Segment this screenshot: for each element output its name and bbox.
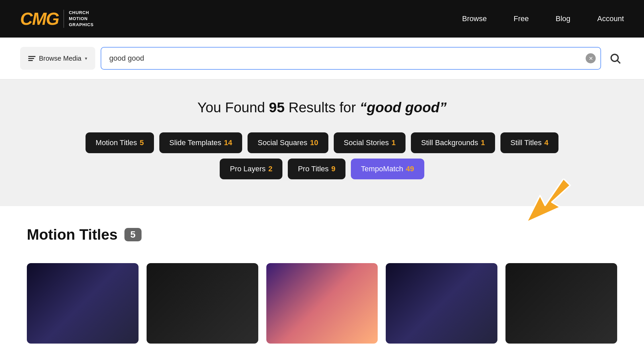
results-heading: You Found 95 Results for “good good” xyxy=(0,100,644,116)
svg-marker-2 xyxy=(527,179,570,222)
filter-count: 1 xyxy=(481,138,485,147)
logo-text: CHURCH MOTION GRAPHICS xyxy=(63,10,94,28)
layers-icon xyxy=(28,56,36,61)
search-icon xyxy=(609,52,621,64)
filter-label: Social Squares xyxy=(258,138,307,147)
orange-arrow-icon xyxy=(527,179,577,222)
filter-row-2: Pro Layers 2 Pro Titles 9 TempoMatch 49 xyxy=(0,159,644,179)
clear-icon: ✕ xyxy=(589,55,593,62)
media-card[interactable] xyxy=(505,263,617,344)
browse-media-button[interactable]: Browse Media ▾ xyxy=(20,47,95,70)
filter-still-backgrounds[interactable]: Still Backgrounds 1 xyxy=(411,132,495,153)
search-submit-button[interactable] xyxy=(606,52,624,64)
filter-social-stories[interactable]: Social Stories 1 xyxy=(334,132,406,153)
filter-label: Still Backgrounds xyxy=(421,138,478,147)
filter-social-squares[interactable]: Social Squares 10 xyxy=(248,132,328,153)
media-card[interactable] xyxy=(386,263,497,344)
section-title: Motion Titles xyxy=(27,226,118,243)
filter-label: Still Titles xyxy=(511,138,542,147)
section-heading: Motion Titles 5 xyxy=(27,226,617,243)
results-prefix: You Found xyxy=(197,100,269,115)
search-bar-area: Browse Media ▾ ✕ xyxy=(0,38,644,79)
filter-still-titles[interactable]: Still Titles 4 xyxy=(500,132,558,153)
filter-count: 2 xyxy=(268,165,272,173)
filter-label: TempoMatch xyxy=(361,165,403,173)
filter-motion-titles[interactable]: Motion Titles 5 xyxy=(86,132,154,153)
svg-point-0 xyxy=(611,54,618,61)
header: CMG CHURCH MOTION GRAPHICS Browse Free B… xyxy=(0,0,644,38)
logo-cmg: CMG xyxy=(20,10,59,27)
search-input-wrapper: ✕ xyxy=(101,47,601,70)
filter-count: 1 xyxy=(391,138,395,147)
results-middle: Results for xyxy=(285,100,360,115)
arrow-annotation xyxy=(527,179,577,224)
filter-label: Social Stories xyxy=(344,138,389,147)
nav-account[interactable]: Account xyxy=(597,14,624,23)
results-section: You Found 95 Results for “good good” Mot… xyxy=(0,79,644,206)
filter-count: 4 xyxy=(544,138,548,147)
nav-browse[interactable]: Browse xyxy=(462,14,487,23)
filter-count: 10 xyxy=(310,138,318,147)
filter-count: 5 xyxy=(140,138,144,147)
media-card[interactable] xyxy=(147,263,258,344)
filter-slide-templates[interactable]: Slide Templates 14 xyxy=(159,132,242,153)
filter-tempomatch[interactable]: TempoMatch 49 xyxy=(351,159,424,179)
nav-free[interactable]: Free xyxy=(514,14,529,23)
filter-label: Motion Titles xyxy=(96,138,137,147)
logo-area: CMG CHURCH MOTION GRAPHICS xyxy=(20,10,94,28)
filter-count: 49 xyxy=(406,165,414,173)
filter-row-1: Motion Titles 5 Slide Templates 14 Socia… xyxy=(0,132,644,153)
chevron-down-icon: ▾ xyxy=(85,56,87,61)
filter-count: 14 xyxy=(224,138,232,147)
filter-pro-layers[interactable]: Pro Layers 2 xyxy=(220,159,282,179)
media-card[interactable] xyxy=(27,263,139,344)
nav-blog[interactable]: Blog xyxy=(555,14,570,23)
filter-label: Pro Titles xyxy=(298,165,329,173)
filter-label: Pro Layers xyxy=(230,165,265,173)
clear-search-button[interactable]: ✕ xyxy=(586,53,596,63)
filter-label: Slide Templates xyxy=(169,138,221,147)
results-query: “good good” xyxy=(360,100,447,115)
main-nav: Browse Free Blog Account xyxy=(462,14,624,23)
media-grid xyxy=(0,256,644,362)
results-count: 95 xyxy=(269,100,285,115)
search-input[interactable] xyxy=(101,47,601,70)
section-count-badge: 5 xyxy=(124,228,142,241)
filter-pro-titles[interactable]: Pro Titles 9 xyxy=(288,159,345,179)
browse-media-label: Browse Media xyxy=(39,55,82,62)
filter-count: 9 xyxy=(331,165,335,173)
svg-line-1 xyxy=(618,61,620,63)
media-card[interactable] xyxy=(266,263,378,344)
